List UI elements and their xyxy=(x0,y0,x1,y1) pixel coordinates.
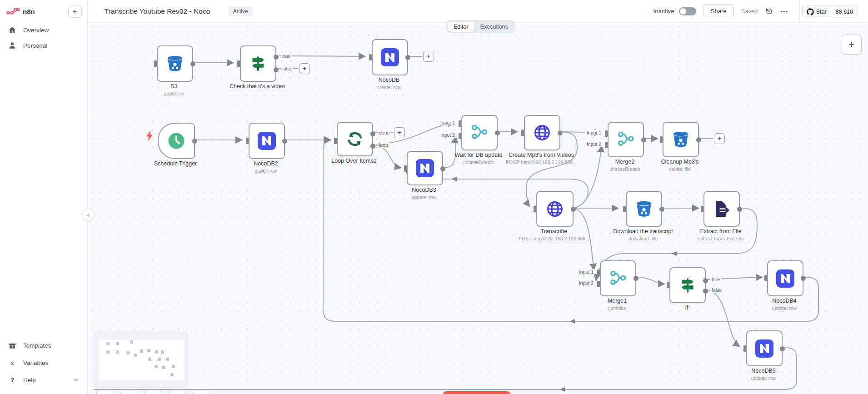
node-extract-from-file[interactable] xyxy=(703,191,740,227)
output-port[interactable] xyxy=(571,207,576,212)
sidebar-item-personal[interactable]: Personal xyxy=(0,38,87,53)
input-port[interactable] xyxy=(334,138,337,144)
more-options-button[interactable]: ••• xyxy=(780,9,788,14)
sidebar-item-templates[interactable]: Templates xyxy=(0,337,87,354)
output-port[interactable] xyxy=(659,207,664,212)
output-port[interactable] xyxy=(641,137,646,142)
nocodb-icon xyxy=(755,339,773,358)
output-port[interactable] xyxy=(495,130,500,135)
node-nocodb4[interactable] xyxy=(767,260,803,296)
node-nocodb3[interactable] xyxy=(407,151,443,185)
sidebar-item-variables[interactable]: x Variables xyxy=(0,354,87,371)
input-port[interactable] xyxy=(237,60,240,67)
s3-bucket-icon xyxy=(635,200,653,218)
input-port[interactable] xyxy=(246,138,249,144)
canvas-control-button[interactable] xyxy=(169,390,186,394)
node-check-video[interactable] xyxy=(240,45,276,82)
new-workflow-button[interactable]: + xyxy=(68,5,82,18)
output-port[interactable] xyxy=(282,139,287,144)
node-create-mp3s[interactable] xyxy=(524,115,560,150)
input-port[interactable] xyxy=(743,345,746,352)
node-nocodb2[interactable] xyxy=(249,123,285,159)
input-port[interactable] xyxy=(459,133,461,139)
input-port[interactable] xyxy=(597,269,600,276)
input-port[interactable] xyxy=(764,275,767,281)
output-port[interactable] xyxy=(703,289,708,294)
add-connected-node-button[interactable]: + xyxy=(299,63,310,74)
github-star-button[interactable]: Star xyxy=(803,5,831,18)
tab-editor[interactable]: Editor xyxy=(448,22,474,32)
output-port[interactable] xyxy=(696,137,701,142)
node-nocodb5[interactable] xyxy=(746,330,783,366)
output-port[interactable] xyxy=(274,55,279,60)
output-port[interactable] xyxy=(780,346,785,351)
input-port[interactable] xyxy=(605,130,608,137)
file-export-icon xyxy=(713,200,731,218)
output-port[interactable] xyxy=(370,144,375,149)
canvas-control-button[interactable] xyxy=(145,390,161,394)
output-port[interactable] xyxy=(737,207,742,212)
node-wait-for-db-update[interactable] xyxy=(461,115,498,150)
node-nocodb[interactable] xyxy=(372,39,408,75)
tab-executions[interactable]: Executions xyxy=(475,22,514,32)
node-s3[interactable] xyxy=(157,45,193,82)
output-port[interactable] xyxy=(190,61,195,66)
output-port[interactable] xyxy=(405,55,410,60)
node-loop-over-items1[interactable] xyxy=(337,122,373,156)
node-download-transcript[interactable] xyxy=(626,191,662,227)
input-port[interactable] xyxy=(667,282,669,288)
history-icon[interactable] xyxy=(765,7,773,15)
input-port[interactable] xyxy=(521,130,524,136)
minimap-node-dot xyxy=(106,342,110,345)
nocodb-icon xyxy=(381,48,399,66)
share-button[interactable]: Share xyxy=(703,4,734,18)
output-port[interactable] xyxy=(274,67,279,72)
sidebar-collapse-button[interactable]: ‹ xyxy=(82,208,95,221)
node-schedule-trigger[interactable] xyxy=(158,123,195,159)
input-port[interactable] xyxy=(623,206,626,212)
execute-workflow-button[interactable] xyxy=(443,391,510,394)
input-port[interactable] xyxy=(404,165,407,172)
node-merge1[interactable] xyxy=(600,260,636,296)
output-port[interactable] xyxy=(192,139,197,144)
node-merge2[interactable] xyxy=(608,122,644,157)
add-node-button[interactable]: + xyxy=(842,35,862,55)
node-cleanup-mp3s[interactable] xyxy=(663,122,699,157)
minimap-node-dot xyxy=(162,366,165,369)
toggle-knob xyxy=(680,8,686,15)
input-port[interactable] xyxy=(459,120,461,127)
sidebar-item-overview[interactable]: Overview xyxy=(0,22,87,38)
canvas-control-button[interactable] xyxy=(193,390,210,394)
s3-bucket-icon xyxy=(166,55,184,73)
sidebar-item-label: Help xyxy=(23,377,36,384)
input-port[interactable] xyxy=(597,281,600,287)
n8n-logo-icon xyxy=(6,6,20,16)
output-port[interactable] xyxy=(558,130,563,135)
minimap-node-dot xyxy=(140,349,143,353)
input-port[interactable] xyxy=(701,206,703,212)
github-star-widget[interactable]: Star 88,610 xyxy=(802,5,858,18)
output-port[interactable] xyxy=(440,166,445,171)
output-port[interactable] xyxy=(634,276,639,281)
minimap[interactable] xyxy=(95,332,188,388)
add-connected-node-button[interactable]: + xyxy=(714,133,725,144)
canvas-control-button[interactable] xyxy=(120,390,137,394)
merge-icon xyxy=(470,124,489,142)
input-port[interactable] xyxy=(605,142,608,148)
workflow-title[interactable]: Transcribe Youtube Rev02 - Noco xyxy=(105,0,210,22)
output-port[interactable] xyxy=(703,278,708,283)
add-connected-node-button[interactable]: + xyxy=(394,127,405,138)
input-port[interactable] xyxy=(660,136,663,143)
add-connected-node-button[interactable]: + xyxy=(423,51,434,62)
canvas-control-button[interactable] xyxy=(96,390,113,394)
sidebar-item-help[interactable]: ? Help xyxy=(0,371,87,389)
output-port[interactable] xyxy=(370,131,375,136)
input-port[interactable] xyxy=(534,206,536,212)
node-transcribe[interactable] xyxy=(536,191,574,227)
home-icon xyxy=(8,26,16,34)
node-if[interactable] xyxy=(669,267,706,303)
output-port[interactable] xyxy=(801,276,806,281)
input-port[interactable] xyxy=(369,54,372,60)
activation-toggle[interactable] xyxy=(679,7,696,15)
input-port[interactable] xyxy=(154,60,157,67)
